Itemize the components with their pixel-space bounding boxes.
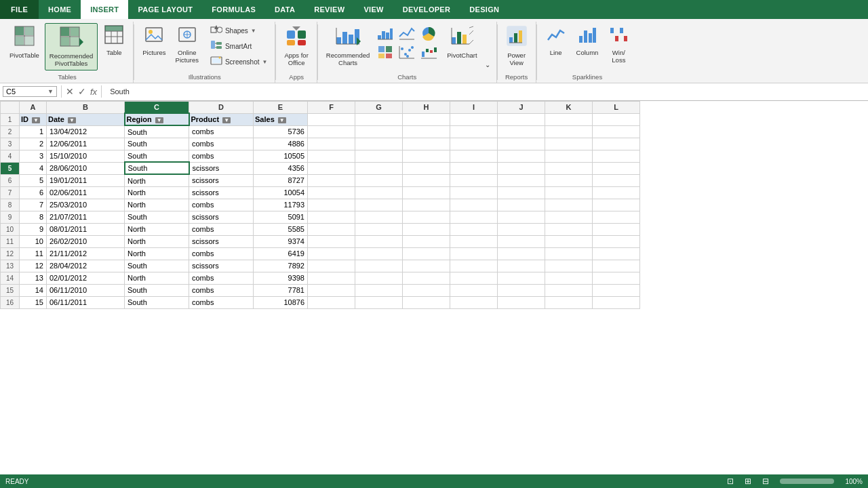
view-page-break-icon[interactable]: ⊟ bbox=[762, 476, 769, 486]
col-header-I[interactable]: I bbox=[450, 101, 498, 113]
tab-formulas[interactable]: FORMULAS bbox=[202, 0, 265, 19]
col-header-D[interactable]: D bbox=[189, 101, 254, 113]
formula-input[interactable]: South bbox=[106, 87, 865, 96]
recommended-pivottables-button[interactable]: RecommendedPivotTables bbox=[45, 23, 98, 70]
col-header-H[interactable]: H bbox=[403, 101, 450, 113]
screenshot-button[interactable]: Screenshot ▼ bbox=[207, 54, 271, 69]
recommended-charts-button[interactable]: RecommendedCharts bbox=[322, 23, 374, 69]
pivot-chart-button[interactable]: PivotChart bbox=[443, 23, 481, 61]
hierarchy-chart-button[interactable] bbox=[375, 43, 395, 61]
scatter-chart-button[interactable] bbox=[397, 43, 417, 61]
shapes-button[interactable]: Shapes ▼ bbox=[207, 23, 271, 38]
cell-L2[interactable] bbox=[593, 125, 640, 138]
cell-E2[interactable]: 5736 bbox=[254, 125, 308, 138]
table-button[interactable]: Table bbox=[99, 23, 129, 58]
cell-D2[interactable]: combs bbox=[189, 125, 254, 138]
filter-product-btn[interactable]: ▼ bbox=[222, 117, 231, 123]
tab-page-layout[interactable]: PAGE LAYOUT bbox=[128, 0, 202, 19]
cell-D4[interactable]: combs bbox=[189, 150, 254, 162]
empty-cell-G1[interactable] bbox=[355, 113, 403, 125]
col-header-B[interactable]: B bbox=[47, 101, 125, 113]
cell-C5[interactable]: South bbox=[125, 162, 189, 174]
empty-cell-L1[interactable] bbox=[593, 113, 640, 125]
cell-F2[interactable] bbox=[308, 125, 355, 138]
power-view-button[interactable]: PowerView bbox=[502, 23, 532, 69]
tab-design[interactable]: DESIGN bbox=[460, 0, 509, 19]
tab-insert[interactable]: INSERT bbox=[81, 0, 128, 19]
col-header-E[interactable]: E bbox=[254, 101, 308, 113]
cell-J2[interactable] bbox=[498, 125, 545, 138]
cell-reference-box[interactable]: C5 ▼ bbox=[3, 86, 57, 97]
apps-for-office-button[interactable]: Apps forOffice bbox=[280, 23, 312, 69]
cell-C2[interactable]: South bbox=[125, 125, 189, 138]
header-region[interactable]: Region ▼ bbox=[125, 113, 189, 125]
charts-more-button[interactable]: ⌄ bbox=[483, 60, 492, 69]
column-sparkline-button[interactable]: Column bbox=[572, 23, 603, 58]
cell-A2[interactable]: 1 bbox=[20, 125, 47, 138]
cell-B4[interactable]: 15/10/2010 bbox=[47, 150, 125, 162]
cell-H2[interactable] bbox=[403, 125, 450, 138]
view-page-layout-icon[interactable]: ⊞ bbox=[745, 476, 751, 486]
tab-view[interactable]: VIEW bbox=[354, 0, 393, 19]
tab-data[interactable]: DATA bbox=[265, 0, 304, 19]
cell-A5[interactable]: 4 bbox=[20, 162, 47, 174]
line-sparkline-button[interactable]: Line bbox=[541, 23, 571, 58]
svg-point-64 bbox=[411, 46, 414, 49]
filter-id-btn[interactable]: ▼ bbox=[32, 117, 40, 123]
cell-ref-dropdown-icon[interactable]: ▼ bbox=[47, 88, 54, 95]
fx-icon[interactable]: fx bbox=[90, 87, 97, 97]
cell-D3[interactable]: combs bbox=[189, 138, 254, 150]
cell-C4[interactable]: South bbox=[125, 150, 189, 162]
col-header-A[interactable]: A bbox=[20, 101, 47, 113]
cell-K2[interactable] bbox=[545, 125, 593, 138]
col-header-J[interactable]: J bbox=[498, 101, 545, 113]
col-header-K[interactable]: K bbox=[545, 101, 593, 113]
header-product[interactable]: Product ▼ bbox=[189, 113, 254, 125]
filter-sales-btn[interactable]: ▼ bbox=[278, 117, 286, 123]
col-header-G[interactable]: G bbox=[355, 101, 403, 113]
pivot-table-button[interactable]: PivotTable bbox=[5, 23, 43, 61]
cell-B5[interactable]: 28/06/2010 bbox=[47, 162, 125, 174]
col-header-L[interactable]: L bbox=[593, 101, 640, 113]
confirm-formula-icon[interactable]: ✓ bbox=[78, 86, 86, 97]
col-header-C[interactable]: C bbox=[125, 101, 189, 113]
cell-D5[interactable]: scissors bbox=[189, 162, 254, 174]
cell-E5[interactable]: 4356 bbox=[254, 162, 308, 174]
cell-A3[interactable]: 2 bbox=[20, 138, 47, 150]
tab-review[interactable]: REVIEW bbox=[304, 0, 354, 19]
win-loss-button[interactable]: Win/Loss bbox=[604, 23, 633, 66]
cell-C3[interactable]: South bbox=[125, 138, 189, 150]
cell-G2[interactable] bbox=[355, 125, 403, 138]
cancel-formula-icon[interactable]: ✕ bbox=[66, 86, 74, 97]
bar-chart-button[interactable] bbox=[375, 24, 395, 42]
tab-file[interactable]: FILE bbox=[0, 0, 39, 19]
empty-cell-F1[interactable] bbox=[308, 113, 355, 125]
tab-home[interactable]: HOME bbox=[39, 0, 81, 19]
col-header-F[interactable]: F bbox=[308, 101, 355, 113]
zoom-slider[interactable] bbox=[780, 479, 834, 484]
svg-rect-44 bbox=[342, 32, 347, 44]
cell-A4[interactable]: 3 bbox=[20, 150, 47, 162]
filter-region-btn[interactable]: ▼ bbox=[155, 117, 163, 123]
online-pictures-button[interactable]: OnlinePictures bbox=[172, 23, 203, 66]
pictures-button[interactable]: Pictures bbox=[138, 23, 170, 58]
line-area-chart-button[interactable] bbox=[397, 24, 417, 42]
smartart-button[interactable]: SmartArt bbox=[207, 39, 271, 54]
cell-B2[interactable]: 13/04/2012 bbox=[47, 125, 125, 138]
empty-cell-J1[interactable] bbox=[498, 113, 545, 125]
tab-developer[interactable]: DEVELOPER bbox=[393, 0, 460, 19]
header-sales[interactable]: Sales ▼ bbox=[254, 113, 308, 125]
header-id[interactable]: ID ▼ bbox=[20, 113, 47, 125]
filter-date-btn[interactable]: ▼ bbox=[68, 117, 76, 123]
cell-B3[interactable]: 12/06/2011 bbox=[47, 138, 125, 150]
view-normal-icon[interactable]: ⊡ bbox=[727, 476, 734, 486]
cell-I2[interactable] bbox=[450, 125, 498, 138]
cell-E3[interactable]: 4886 bbox=[254, 138, 308, 150]
header-date[interactable]: Date ▼ bbox=[47, 113, 125, 125]
empty-cell-H1[interactable] bbox=[403, 113, 450, 125]
cell-E4[interactable]: 10505 bbox=[254, 150, 308, 162]
waterfall-chart-button[interactable] bbox=[418, 43, 439, 61]
pie-chart-button[interactable] bbox=[418, 24, 439, 42]
empty-cell-K1[interactable] bbox=[545, 113, 593, 125]
empty-cell-I1[interactable] bbox=[450, 113, 498, 125]
